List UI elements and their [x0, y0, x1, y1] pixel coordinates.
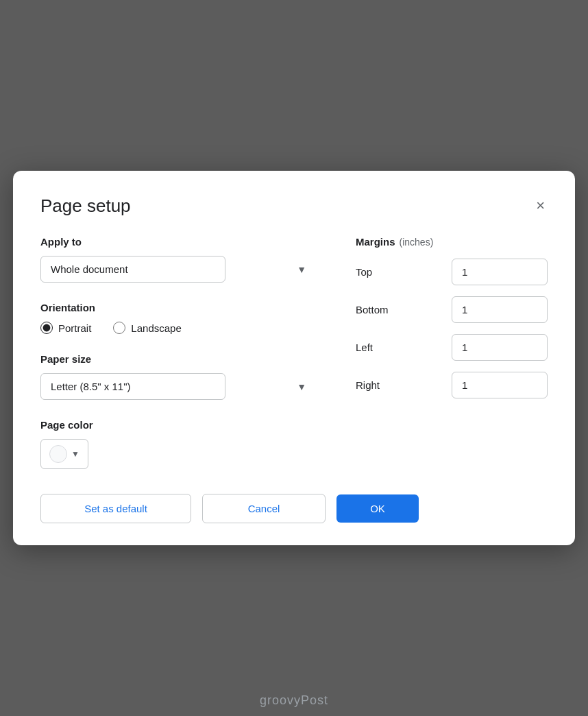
margin-bottom-input[interactable] — [452, 296, 548, 323]
apply-to-label: Apply to — [40, 236, 315, 248]
orientation-label: Orientation — [40, 302, 315, 313]
paper-size-chevron-icon: ▼ — [297, 381, 306, 392]
margins-unit: (inches) — [400, 237, 434, 248]
dialog-footer: Set as default Cancel OK — [40, 494, 548, 523]
paper-size-select-wrapper: Letter (8.5" x 11") A4 Legal ▼ — [40, 373, 315, 400]
apply-to-chevron-icon: ▼ — [297, 264, 306, 275]
orientation-row: Portrait Landscape — [40, 322, 315, 334]
margin-left-label: Left — [356, 342, 404, 353]
page-color-chevron-icon: ▼ — [71, 449, 79, 459]
right-column: Margins (inches) Top Bottom Left Right — [356, 236, 548, 469]
left-column: Apply to Whole document This section Sel… — [40, 236, 315, 469]
landscape-label: Landscape — [131, 322, 181, 334]
apply-to-select[interactable]: Whole document This section Selected tex… — [40, 256, 225, 283]
paper-size-label: Paper size — [40, 353, 315, 365]
page-setup-dialog: Page setup × Apply to Whole document Thi… — [13, 171, 575, 545]
apply-to-select-wrapper: Whole document This section Selected tex… — [40, 256, 315, 283]
margins-title: Margins — [356, 236, 395, 248]
set-as-default-button[interactable]: Set as default — [40, 494, 191, 523]
apply-to-section: Apply to Whole document This section Sel… — [40, 236, 315, 283]
color-circle — [49, 445, 67, 463]
margin-bottom-row: Bottom — [356, 296, 548, 323]
dialog-title: Page setup — [40, 195, 131, 217]
portrait-label: Portrait — [58, 322, 91, 334]
close-button[interactable]: × — [533, 195, 548, 216]
dialog-header: Page setup × — [40, 195, 548, 217]
close-icon: × — [536, 198, 545, 213]
cancel-button[interactable]: Cancel — [202, 494, 326, 523]
watermark: groovyPost — [260, 693, 328, 708]
ok-button[interactable]: OK — [336, 494, 419, 523]
portrait-option[interactable]: Portrait — [40, 322, 91, 334]
margin-top-input[interactable] — [452, 259, 548, 285]
margin-left-input[interactable] — [452, 334, 548, 361]
page-color-button[interactable]: ▼ — [40, 439, 88, 469]
margin-top-label: Top — [356, 266, 404, 278]
paper-size-section: Paper size Letter (8.5" x 11") A4 Legal … — [40, 353, 315, 400]
landscape-option[interactable]: Landscape — [113, 322, 181, 334]
paper-size-select[interactable]: Letter (8.5" x 11") A4 Legal — [40, 373, 225, 400]
page-color-section: Page color ▼ — [40, 419, 315, 469]
orientation-section: Orientation Portrait Landscape — [40, 302, 315, 334]
margin-top-row: Top — [356, 259, 548, 285]
margin-left-row: Left — [356, 334, 548, 361]
margin-right-row: Right — [356, 372, 548, 398]
margin-bottom-label: Bottom — [356, 304, 404, 315]
portrait-radio[interactable] — [40, 322, 53, 334]
dialog-body: Apply to Whole document This section Sel… — [40, 236, 548, 469]
page-color-label: Page color — [40, 419, 315, 431]
margin-right-input[interactable] — [452, 372, 548, 398]
margins-header: Margins (inches) — [356, 236, 548, 248]
margin-right-label: Right — [356, 379, 404, 391]
landscape-radio[interactable] — [113, 322, 125, 334]
